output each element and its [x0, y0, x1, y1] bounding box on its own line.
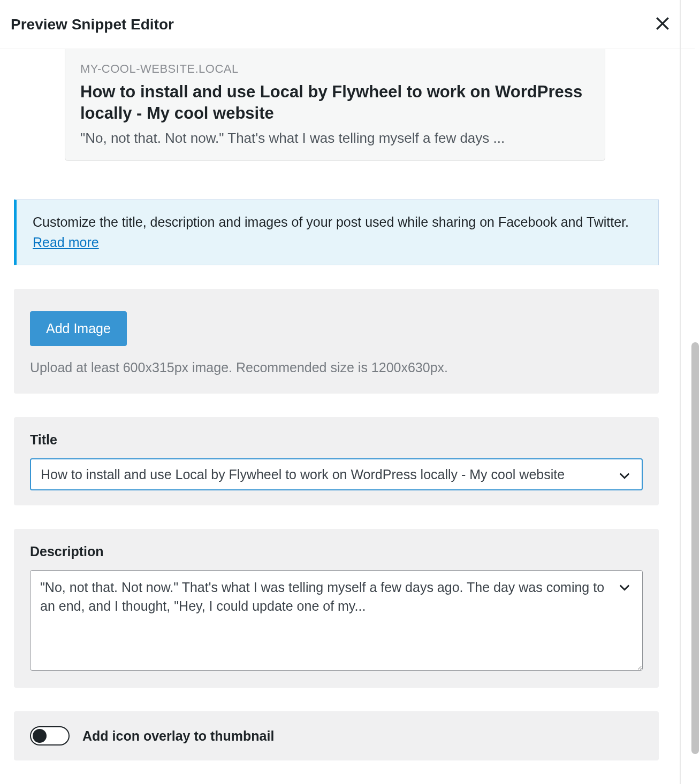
image-upload-section: Add Image Upload at least 600x315px imag… [14, 289, 659, 394]
title-input[interactable] [30, 458, 643, 490]
scrollbar-thumb[interactable] [691, 342, 699, 754]
modal-body: MY-COOL-WEBSITE.LOCAL How to install and… [0, 49, 695, 784]
preview-description: "No, not that. Not now." That's what I w… [80, 130, 590, 147]
overlay-toggle-label: Add icon overlay to thumbnail [82, 728, 274, 744]
modal-header: Preview Snippet Editor [0, 0, 695, 49]
modal-title: Preview Snippet Editor [11, 16, 174, 33]
chevron-down-icon [617, 468, 632, 483]
title-expand-button[interactable] [615, 466, 634, 487]
scroll-area[interactable]: MY-COOL-WEBSITE.LOCAL How to install and… [0, 49, 681, 782]
toggle-knob [33, 729, 47, 743]
title-label: Title [30, 432, 643, 448]
description-label: Description [30, 544, 643, 559]
modal-right-edge [680, 0, 681, 784]
snippet-editor-modal: Preview Snippet Editor MY-COOL-WEBSITE.L… [0, 0, 695, 784]
preview-title: How to install and use Local by Flywheel… [80, 81, 590, 125]
close-button[interactable] [651, 12, 674, 37]
notice-text: Customize the title, description and ima… [33, 212, 642, 253]
add-image-button[interactable]: Add Image [30, 311, 127, 346]
description-textarea[interactable] [30, 570, 643, 671]
description-section: Description [14, 529, 659, 688]
preview-domain: MY-COOL-WEBSITE.LOCAL [80, 62, 590, 76]
overlay-toggle[interactable] [30, 726, 70, 745]
close-icon [654, 15, 671, 32]
chevron-down-icon [617, 580, 632, 595]
info-notice: Customize the title, description and ima… [14, 199, 659, 266]
overlay-section: Add icon overlay to thumbnail [14, 711, 659, 760]
title-section: Title [14, 417, 659, 505]
image-helper-text: Upload at least 600x315px image. Recomme… [30, 360, 643, 375]
notice-text-body: Customize the title, description and ima… [33, 214, 629, 229]
description-expand-button[interactable] [615, 578, 634, 598]
social-preview-card: MY-COOL-WEBSITE.LOCAL How to install and… [65, 49, 605, 161]
read-more-link[interactable]: Read more [33, 235, 99, 250]
